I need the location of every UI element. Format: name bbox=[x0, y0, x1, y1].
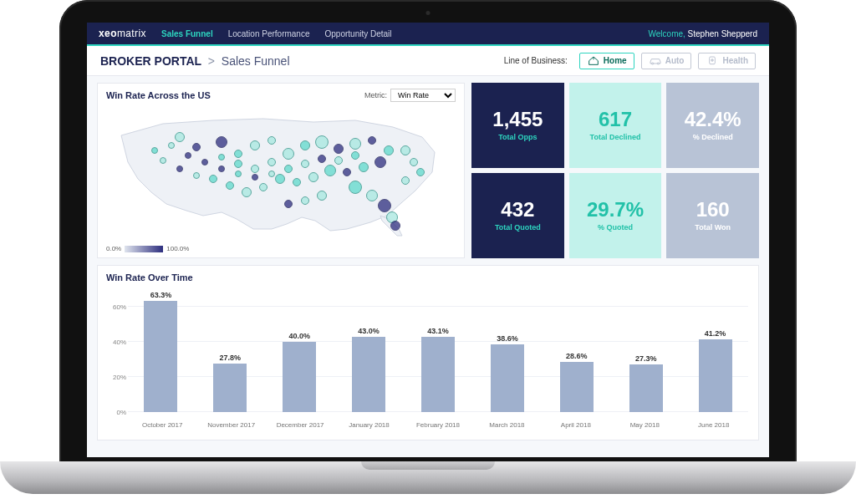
map-dot[interactable] bbox=[201, 159, 208, 165]
map-dot[interactable] bbox=[366, 190, 378, 201]
map-dot[interactable] bbox=[175, 132, 185, 142]
map-dot[interactable] bbox=[359, 162, 369, 172]
map-dot[interactable] bbox=[160, 157, 166, 164]
map-dot[interactable] bbox=[185, 152, 191, 159]
map-dot[interactable] bbox=[301, 196, 309, 205]
legend-min: 0.0% bbox=[106, 245, 121, 252]
lob-home[interactable]: Home bbox=[579, 53, 634, 69]
map-dot[interactable] bbox=[218, 165, 225, 172]
map-dot[interactable] bbox=[234, 160, 242, 168]
map-dot[interactable] bbox=[334, 144, 344, 154]
map-dot[interactable] bbox=[283, 148, 294, 160]
bar bbox=[213, 364, 247, 412]
map-dot[interactable] bbox=[416, 168, 425, 176]
x-tick: December 2017 bbox=[266, 421, 334, 429]
bar-column[interactable]: 27.3% bbox=[613, 354, 679, 412]
map-dot[interactable] bbox=[226, 181, 234, 190]
map-dot[interactable] bbox=[235, 171, 242, 177]
map-dot[interactable] bbox=[268, 171, 275, 177]
bar-value-label: 43.0% bbox=[358, 327, 380, 335]
bar-chart-panel: Win Rate Over Time 0%20%40%60% 63.3%27.8… bbox=[97, 265, 759, 440]
map-dot[interactable] bbox=[216, 136, 227, 148]
bar-column[interactable]: 41.2% bbox=[682, 329, 748, 412]
x-tick: November 2017 bbox=[196, 421, 265, 429]
nav-link-sales-funnel[interactable]: Sales Funnel bbox=[161, 29, 213, 38]
map-dot[interactable] bbox=[324, 165, 336, 176]
bar-value-label: 40.0% bbox=[288, 332, 310, 340]
map-dot[interactable] bbox=[400, 145, 410, 155]
top-navbar: xeomatrix Sales FunnelLocation Performan… bbox=[87, 23, 769, 46]
map-dot[interactable] bbox=[401, 176, 410, 185]
map-dot[interactable] bbox=[250, 140, 260, 150]
us-map[interactable] bbox=[104, 104, 456, 237]
bar-column[interactable]: 43.0% bbox=[336, 327, 402, 412]
metric-card-total-opps: 1,455Total Opps bbox=[471, 83, 564, 168]
metric-label: % Declined bbox=[693, 133, 733, 141]
map-dot[interactable] bbox=[176, 165, 183, 172]
bar-column[interactable]: 27.8% bbox=[197, 354, 263, 412]
map-dot[interactable] bbox=[284, 200, 293, 208]
nav-link-opportunity-detail[interactable]: Opportunity Detail bbox=[325, 29, 392, 38]
bar bbox=[560, 362, 594, 412]
nav-links: Sales FunnelLocation PerformanceOpportun… bbox=[161, 29, 392, 38]
y-tick: 40% bbox=[113, 339, 126, 346]
map-dot[interactable] bbox=[293, 178, 301, 186]
map-dot[interactable] bbox=[378, 199, 391, 212]
dashboard-body: Win Rate Across the US Metric: Win Rate bbox=[87, 76, 769, 447]
metric-card--quoted: 29.7%% Quoted bbox=[569, 173, 662, 258]
map-dot[interactable] bbox=[193, 172, 200, 179]
map-dot[interactable] bbox=[252, 174, 258, 181]
map-dot[interactable] bbox=[334, 156, 343, 165]
map-dot[interactable] bbox=[301, 160, 309, 168]
map-dot[interactable] bbox=[317, 191, 327, 201]
map-dot[interactable] bbox=[315, 135, 329, 149]
map-dot[interactable] bbox=[390, 221, 400, 231]
metric-value: 432 bbox=[501, 200, 534, 220]
map-dot[interactable] bbox=[218, 154, 225, 160]
map-dot[interactable] bbox=[284, 165, 293, 173]
nav-link-location-performance[interactable]: Location Performance bbox=[228, 29, 310, 38]
map-dot[interactable] bbox=[275, 174, 285, 184]
map-dot[interactable] bbox=[384, 145, 394, 155]
laptop-frame: xeomatrix Sales FunnelLocation Performan… bbox=[0, 0, 856, 504]
lob-auto[interactable]: Auto bbox=[641, 53, 692, 69]
map-dot[interactable] bbox=[168, 142, 175, 149]
map-dot[interactable] bbox=[410, 158, 418, 166]
map-dot[interactable] bbox=[192, 143, 201, 151]
lob-selector: HomeAutoHealth bbox=[579, 53, 756, 69]
bar-column[interactable]: 38.6% bbox=[474, 334, 540, 412]
bar-column[interactable]: 43.1% bbox=[405, 327, 471, 413]
metric-label: Total Quoted bbox=[495, 223, 541, 232]
metric-value: 160 bbox=[696, 200, 730, 220]
map-dot[interactable] bbox=[268, 158, 276, 166]
metric-label: % Quoted bbox=[598, 223, 633, 232]
metric-card-total-declined: 617Total Declined bbox=[569, 83, 662, 168]
bar-column[interactable]: 63.3% bbox=[128, 291, 194, 412]
x-tick: February 2018 bbox=[404, 421, 472, 429]
bar-column[interactable]: 28.6% bbox=[543, 352, 609, 412]
bar-chart[interactable]: 0%20%40%60% 63.3%27.8%40.0%43.0%43.1%38.… bbox=[98, 286, 758, 432]
map-dot[interactable] bbox=[209, 175, 217, 183]
laptop-notch bbox=[361, 461, 495, 470]
map-dot[interactable] bbox=[368, 136, 376, 145]
map-dot[interactable] bbox=[251, 165, 259, 173]
x-tick: May 2018 bbox=[610, 421, 679, 429]
map-dot[interactable] bbox=[343, 168, 351, 176]
map-dot[interactable] bbox=[318, 155, 326, 163]
map-dot[interactable] bbox=[151, 147, 158, 154]
map-panel: Win Rate Across the US Metric: Win Rate bbox=[97, 83, 465, 258]
map-dot[interactable] bbox=[351, 151, 359, 160]
map-dot[interactable] bbox=[234, 150, 242, 158]
map-dot[interactable] bbox=[308, 172, 318, 182]
bar bbox=[283, 342, 316, 412]
map-dot[interactable] bbox=[242, 187, 252, 197]
metric-select[interactable]: Win Rate bbox=[390, 89, 456, 102]
map-dot[interactable] bbox=[349, 138, 361, 150]
bar-column[interactable]: 40.0% bbox=[267, 332, 333, 412]
lob-health[interactable]: Health bbox=[698, 53, 756, 69]
map-dot[interactable] bbox=[268, 136, 276, 145]
map-dot[interactable] bbox=[259, 183, 268, 191]
map-dot[interactable] bbox=[300, 140, 310, 150]
map-dot[interactable] bbox=[349, 181, 362, 194]
map-dot[interactable] bbox=[374, 156, 386, 168]
